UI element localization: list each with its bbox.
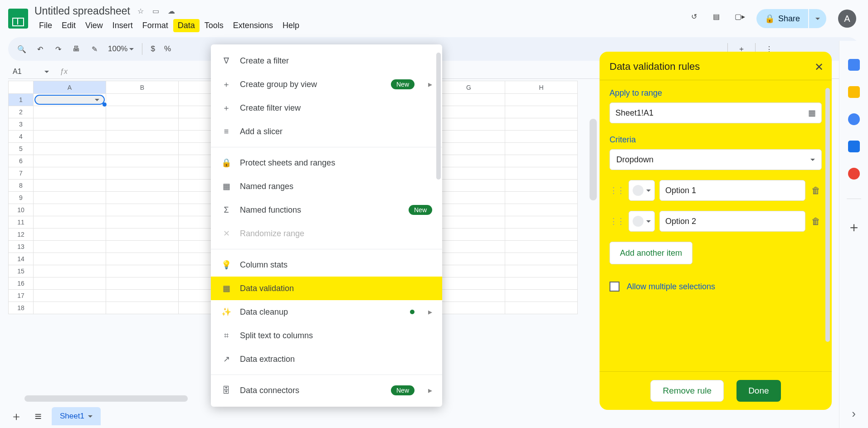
sheet-tab-1[interactable]: Sheet1	[52, 407, 101, 425]
cell[interactable]	[433, 118, 505, 131]
cell[interactable]	[505, 192, 578, 204]
row-header[interactable]: 10	[9, 204, 34, 216]
row-header[interactable]: 11	[9, 216, 34, 229]
collapse-rail-icon[interactable]: ›	[852, 407, 856, 421]
row-header[interactable]: 17	[9, 290, 34, 302]
drag-handle-icon[interactable]: ⋮⋮	[610, 216, 624, 226]
cell[interactable]	[106, 167, 179, 180]
cell[interactable]	[34, 253, 106, 265]
menu-extensions[interactable]: Extensions	[229, 19, 278, 32]
undo-icon[interactable]: ↶	[32, 41, 48, 57]
move-icon[interactable]: ▭	[151, 6, 161, 16]
col-header-g[interactable]: G	[433, 81, 505, 94]
cell[interactable]	[505, 253, 578, 265]
cell[interactable]	[106, 131, 179, 143]
menu-edit[interactable]: Edit	[57, 19, 80, 32]
menu-scrollbar[interactable]	[436, 50, 441, 401]
name-box[interactable]: A1	[8, 68, 54, 76]
all-sheets-icon[interactable]: ≡	[30, 408, 46, 424]
option-input-2[interactable]: Option 2	[659, 211, 805, 232]
col-header-a[interactable]: A	[34, 81, 106, 94]
menu-add-slicer[interactable]: ≡Add a slicer	[211, 120, 442, 143]
row-header[interactable]: 16	[9, 277, 34, 290]
cell[interactable]	[505, 290, 578, 302]
row-header[interactable]: 13	[9, 241, 34, 253]
cell[interactable]	[34, 204, 106, 216]
cell[interactable]	[433, 167, 505, 180]
cell[interactable]	[433, 155, 505, 167]
cell[interactable]	[34, 143, 106, 155]
menu-extraction[interactable]: ↗Data extraction	[211, 347, 442, 371]
contacts-app-icon[interactable]	[848, 141, 860, 152]
row-header[interactable]: 18	[9, 302, 34, 314]
zoom-select[interactable]: 100%	[104, 41, 137, 57]
menu-file[interactable]: File	[34, 19, 57, 32]
comments-icon[interactable]: ▤	[713, 12, 726, 25]
col-header-h[interactable]: H	[505, 81, 578, 94]
cloud-icon[interactable]: ☁	[166, 6, 176, 16]
cell[interactable]	[433, 253, 505, 265]
col-header-b[interactable]: B	[106, 81, 179, 94]
cell[interactable]	[505, 216, 578, 229]
cell[interactable]	[505, 204, 578, 216]
row-header[interactable]: 15	[9, 265, 34, 277]
cell[interactable]	[34, 241, 106, 253]
meet-icon[interactable]: ▢▸	[735, 12, 747, 25]
cell[interactable]	[34, 94, 106, 106]
add-option-button[interactable]: Add another item	[610, 242, 692, 264]
cell[interactable]	[106, 106, 179, 118]
cell[interactable]	[433, 204, 505, 216]
cell[interactable]	[106, 155, 179, 167]
cell[interactable]	[505, 277, 578, 290]
cell[interactable]	[505, 131, 578, 143]
menu-insert[interactable]: Insert	[108, 19, 137, 32]
cell[interactable]	[505, 241, 578, 253]
cell[interactable]	[505, 180, 578, 192]
cell[interactable]	[505, 143, 578, 155]
panel-scrollbar[interactable]	[825, 88, 830, 342]
cell[interactable]	[34, 180, 106, 192]
redo-icon[interactable]: ↷	[50, 41, 66, 57]
cell[interactable]	[34, 131, 106, 143]
cell[interactable]	[505, 94, 578, 106]
row-header[interactable]: 5	[9, 143, 34, 155]
menu-named-ranges[interactable]: ▦Named ranges	[211, 175, 442, 198]
row-header[interactable]: 3	[9, 118, 34, 131]
row-header[interactable]: 2	[9, 106, 34, 118]
cell[interactable]	[106, 118, 179, 131]
cell[interactable]	[433, 290, 505, 302]
row-header[interactable]: 14	[9, 253, 34, 265]
menu-data-cleanup[interactable]: ✨Data cleanup▸	[211, 300, 442, 324]
cell[interactable]	[106, 204, 179, 216]
menu-protect[interactable]: 🔒Protect sheets and ranges	[211, 151, 442, 175]
option-input-1[interactable]: Option 1	[659, 180, 805, 201]
cell[interactable]	[433, 265, 505, 277]
paint-format-icon[interactable]: ✎	[86, 41, 102, 57]
add-sheet-icon[interactable]: ＋	[8, 408, 24, 424]
delete-icon[interactable]: 🗑	[810, 216, 822, 227]
search-icon[interactable]: 🔍	[14, 41, 30, 57]
menu-help[interactable]: Help	[278, 19, 304, 32]
allow-multiple-checkbox[interactable]	[610, 282, 619, 292]
grid-picker-icon[interactable]: ▦	[808, 108, 816, 118]
menu-create-filter[interactable]: ∇Create a filter	[211, 49, 442, 73]
menu-data-validation[interactable]: ▦Data validation	[211, 277, 442, 300]
menu-tools[interactable]: Tools	[200, 19, 228, 32]
cell[interactable]	[106, 229, 179, 241]
cell[interactable]	[433, 229, 505, 241]
percent-button[interactable]: %	[161, 41, 175, 57]
cell[interactable]	[106, 180, 179, 192]
cell[interactable]	[433, 106, 505, 118]
cell[interactable]	[433, 94, 505, 106]
cell[interactable]	[106, 277, 179, 290]
cell[interactable]	[505, 167, 578, 180]
cell[interactable]	[433, 216, 505, 229]
grid-vertical-scrollbar[interactable]	[590, 119, 597, 391]
row-header[interactable]: 7	[9, 167, 34, 180]
menu-named-functions[interactable]: ΣNamed functionsNew	[211, 198, 442, 222]
menu-format[interactable]: Format	[138, 19, 173, 32]
menu-create-group-by-view[interactable]: ＋Create group by viewNew▸	[211, 73, 442, 96]
cell[interactable]	[106, 253, 179, 265]
menu-split[interactable]: ⌗Split text to columns	[211, 324, 442, 347]
cell[interactable]	[34, 277, 106, 290]
